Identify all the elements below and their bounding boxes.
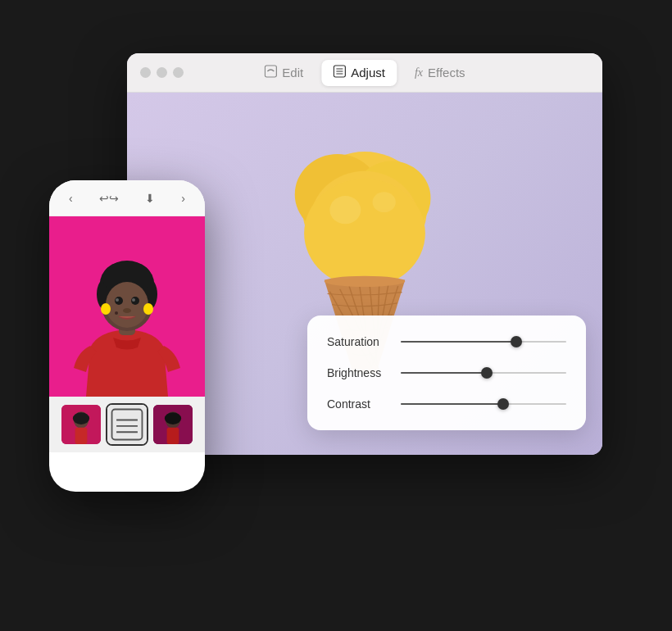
effects-icon: fx [415,66,423,79]
phone-toolbar: ‹ ↩↪ ⬇ › [49,180,205,216]
svg-point-35 [123,308,131,313]
brightness-row: Brightness [327,365,566,381]
svg-point-33 [116,298,119,302]
brightness-slider[interactable] [401,365,566,381]
back-icon[interactable]: ‹ [69,192,73,205]
thumbnail-3[interactable] [152,403,194,446]
svg-point-41 [73,412,89,424]
svg-rect-0 [265,66,276,77]
tab-effects[interactable]: fx Effects [403,61,477,84]
svg-point-30 [106,282,148,328]
contrast-row: Contrast [327,396,566,412]
adjustments-panel: Saturation Brightness [307,316,586,430]
tab-effects-label: Effects [428,66,465,79]
svg-point-34 [132,298,135,302]
svg-point-9 [304,179,425,288]
contrast-label: Contrast [327,397,401,411]
svg-point-11 [372,192,395,212]
saturation-label: Saturation [327,335,401,348]
brightness-label: Brightness [327,366,401,379]
download-icon[interactable]: ⬇ [145,192,155,205]
svg-point-50 [165,412,181,424]
window-tabs: Edit Adjust fx Effects [252,60,476,86]
tab-adjust[interactable]: Adjust [321,60,397,86]
undo-redo-icon[interactable]: ↩↪ [99,192,119,205]
traffic-light-close[interactable] [140,67,151,78]
phone-image-area [49,216,205,397]
svg-point-38 [115,311,118,315]
tab-adjust-label: Adjust [351,66,385,79]
forward-icon[interactable]: › [181,192,185,205]
tab-edit[interactable]: Edit [252,60,315,86]
contrast-slider[interactable] [401,396,566,412]
phone-thumbnails [49,397,205,452]
svg-point-10 [329,196,361,224]
svg-point-36 [101,303,111,315]
svg-rect-51 [167,428,179,444]
thumbnail-2-active[interactable] [106,403,148,446]
traffic-lights [140,67,184,78]
thumbnail-1[interactable] [60,403,102,446]
window-titlebar: Edit Adjust fx Effects [127,53,602,93]
saturation-row: Saturation [327,334,566,350]
tab-edit-label: Edit [282,66,303,79]
traffic-light-minimize[interactable] [157,67,167,78]
adjust-icon [333,65,346,81]
edit-icon [264,65,277,81]
svg-point-37 [143,303,153,315]
mobile-phone: ‹ ↩↪ ⬇ › [49,180,205,492]
svg-rect-43 [107,405,147,444]
svg-point-21 [325,276,406,287]
saturation-slider[interactable] [401,334,566,350]
svg-rect-42 [75,428,88,444]
traffic-light-maximize[interactable] [173,67,184,78]
